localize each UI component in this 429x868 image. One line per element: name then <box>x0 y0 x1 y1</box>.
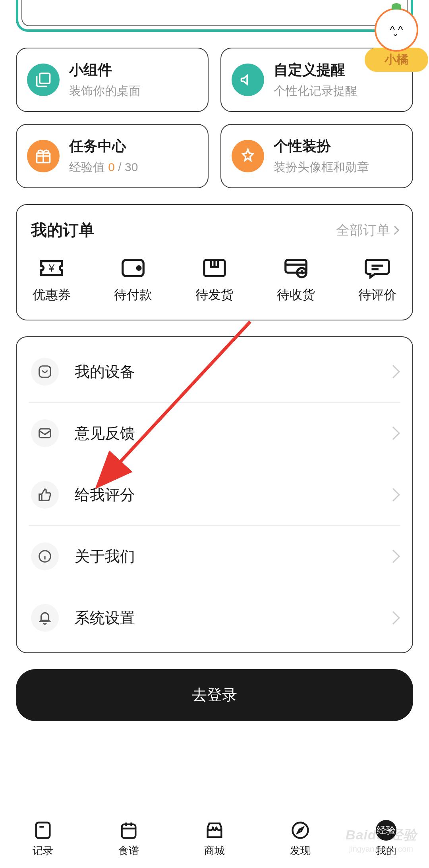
login-button[interactable]: 去登录 <box>16 669 413 721</box>
info-icon <box>31 542 59 570</box>
thumbs-up-icon <box>31 481 59 509</box>
task-center-card[interactable]: 任务中心 经验值 0 / 30 <box>16 124 209 188</box>
svg-rect-14 <box>122 824 136 838</box>
svg-point-4 <box>137 266 141 270</box>
order-item-coupon[interactable]: ¥ 优惠券 <box>33 257 71 304</box>
personalize-title: 个性装扮 <box>274 137 369 156</box>
delivery-icon <box>282 257 310 279</box>
top-panel-edge <box>16 0 413 32</box>
coupon-icon: ¥ <box>38 257 66 279</box>
mascot-button[interactable]: ^ ̮^ 小橘 <box>365 8 428 72</box>
nav-item-recipes[interactable]: 食谱 <box>118 820 139 858</box>
widget-icon <box>27 64 60 96</box>
widget-subtitle: 装饰你的桌面 <box>69 83 141 99</box>
settings-list: 我的设备 意见反馈 给我评分 关于我们 系统设置 <box>16 336 413 653</box>
package-icon <box>201 257 228 279</box>
orders-title: 我的订单 <box>31 219 95 241</box>
chevron-right-icon <box>386 365 400 378</box>
task-center-subtitle: 经验值 0 / 30 <box>69 159 138 176</box>
chevron-right-icon <box>386 550 400 563</box>
gift-icon <box>27 140 60 172</box>
all-orders-link[interactable]: 全部订单 <box>336 221 398 239</box>
megaphone-icon <box>232 64 264 96</box>
calendar-icon <box>118 820 139 841</box>
orders-section: 我的订单 全部订单 ¥ 优惠券 待付款 待发货 待收货 待评价 <box>16 204 413 320</box>
task-center-title: 任务中心 <box>69 137 138 156</box>
reminder-subtitle: 个性化记录提醒 <box>274 83 357 99</box>
watermark-text: Baidu 经验 <box>346 826 417 844</box>
record-icon <box>33 820 53 841</box>
nav-item-record[interactable]: 记录 <box>33 820 53 858</box>
settings-item-rate[interactable]: 给我评分 <box>29 464 400 526</box>
chevron-right-icon <box>390 226 400 235</box>
scale-icon <box>31 358 59 386</box>
bell-icon <box>31 604 59 632</box>
order-item-pending-review[interactable]: 待评价 <box>358 257 396 304</box>
widget-title: 小组件 <box>69 60 141 80</box>
svg-rect-13 <box>36 823 50 838</box>
settings-item-devices[interactable]: 我的设备 <box>29 341 400 403</box>
star-icon <box>232 140 264 172</box>
nav-item-shop[interactable]: 商城 <box>204 820 225 858</box>
svg-rect-0 <box>40 73 50 84</box>
svg-text:¥: ¥ <box>48 262 55 274</box>
mail-icon <box>31 419 59 447</box>
chevron-right-icon <box>386 426 400 440</box>
review-icon <box>363 257 391 279</box>
nav-item-discover[interactable]: 发现 <box>290 820 311 858</box>
settings-item-feedback[interactable]: 意见反馈 <box>29 403 400 464</box>
widget-card[interactable]: 小组件 装饰你的桌面 <box>16 48 209 112</box>
chevron-right-icon <box>386 488 400 502</box>
mascot-icon: ^ ̮^ <box>375 8 418 52</box>
watermark-sub: jingyan.baidu.com <box>349 845 413 854</box>
wallet-icon <box>119 257 147 279</box>
order-item-pending-shipment[interactable]: 待发货 <box>195 257 234 304</box>
chevron-right-icon <box>386 611 400 625</box>
order-item-pending-receipt[interactable]: 待收货 <box>277 257 315 304</box>
reminder-title: 自定义提醒 <box>274 60 357 80</box>
svg-rect-6 <box>286 260 307 273</box>
shop-icon <box>204 820 225 841</box>
order-item-pending-payment[interactable]: 待付款 <box>114 257 152 304</box>
personalize-subtitle: 装扮头像框和勋章 <box>274 159 369 176</box>
personalize-card[interactable]: 个性装扮 装扮头像框和勋章 <box>220 124 413 188</box>
svg-rect-9 <box>39 429 51 438</box>
compass-icon <box>290 820 311 841</box>
settings-item-system[interactable]: 系统设置 <box>29 587 400 648</box>
settings-item-about[interactable]: 关于我们 <box>29 526 400 587</box>
svg-point-15 <box>293 823 308 838</box>
